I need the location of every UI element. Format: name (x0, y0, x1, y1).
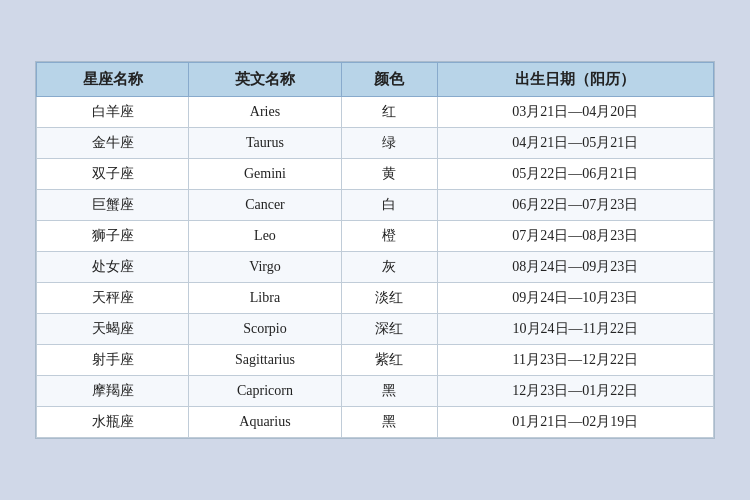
header-chinese-name: 星座名称 (37, 63, 189, 97)
cell-dates: 03月21日—04月20日 (437, 97, 713, 128)
header-english-name: 英文名称 (189, 63, 341, 97)
cell-dates: 08月24日—09月23日 (437, 252, 713, 283)
cell-english-name: Sagittarius (189, 345, 341, 376)
cell-color: 淡红 (341, 283, 437, 314)
table-row: 金牛座Taurus绿04月21日—05月21日 (37, 128, 714, 159)
table-row: 处女座Virgo灰08月24日—09月23日 (37, 252, 714, 283)
cell-english-name: Capricorn (189, 376, 341, 407)
cell-english-name: Libra (189, 283, 341, 314)
cell-english-name: Aquarius (189, 407, 341, 438)
cell-dates: 09月24日—10月23日 (437, 283, 713, 314)
cell-dates: 10月24日—11月22日 (437, 314, 713, 345)
cell-english-name: Cancer (189, 190, 341, 221)
cell-dates: 07月24日—08月23日 (437, 221, 713, 252)
cell-chinese-name: 处女座 (37, 252, 189, 283)
table-row: 摩羯座Capricorn黑12月23日—01月22日 (37, 376, 714, 407)
cell-english-name: Scorpio (189, 314, 341, 345)
cell-dates: 11月23日—12月22日 (437, 345, 713, 376)
cell-color: 绿 (341, 128, 437, 159)
zodiac-table-container: 星座名称 英文名称 颜色 出生日期（阳历） 白羊座Aries红03月21日—04… (35, 61, 715, 439)
cell-color: 深红 (341, 314, 437, 345)
table-row: 天秤座Libra淡红09月24日—10月23日 (37, 283, 714, 314)
cell-chinese-name: 射手座 (37, 345, 189, 376)
cell-dates: 04月21日—05月21日 (437, 128, 713, 159)
cell-dates: 06月22日—07月23日 (437, 190, 713, 221)
cell-color: 黑 (341, 376, 437, 407)
table-body: 白羊座Aries红03月21日—04月20日金牛座Taurus绿04月21日—0… (37, 97, 714, 438)
cell-chinese-name: 摩羯座 (37, 376, 189, 407)
cell-chinese-name: 巨蟹座 (37, 190, 189, 221)
cell-color: 红 (341, 97, 437, 128)
table-row: 双子座Gemini黄05月22日—06月21日 (37, 159, 714, 190)
cell-english-name: Taurus (189, 128, 341, 159)
cell-chinese-name: 双子座 (37, 159, 189, 190)
table-row: 射手座Sagittarius紫红11月23日—12月22日 (37, 345, 714, 376)
table-row: 巨蟹座Cancer白06月22日—07月23日 (37, 190, 714, 221)
cell-chinese-name: 天蝎座 (37, 314, 189, 345)
zodiac-table: 星座名称 英文名称 颜色 出生日期（阳历） 白羊座Aries红03月21日—04… (36, 62, 714, 438)
cell-english-name: Leo (189, 221, 341, 252)
cell-color: 白 (341, 190, 437, 221)
cell-english-name: Aries (189, 97, 341, 128)
cell-color: 灰 (341, 252, 437, 283)
table-row: 天蝎座Scorpio深红10月24日—11月22日 (37, 314, 714, 345)
cell-chinese-name: 狮子座 (37, 221, 189, 252)
cell-english-name: Gemini (189, 159, 341, 190)
cell-dates: 05月22日—06月21日 (437, 159, 713, 190)
cell-color: 黄 (341, 159, 437, 190)
cell-dates: 01月21日—02月19日 (437, 407, 713, 438)
table-row: 狮子座Leo橙07月24日—08月23日 (37, 221, 714, 252)
cell-chinese-name: 白羊座 (37, 97, 189, 128)
table-header-row: 星座名称 英文名称 颜色 出生日期（阳历） (37, 63, 714, 97)
cell-chinese-name: 天秤座 (37, 283, 189, 314)
header-color: 颜色 (341, 63, 437, 97)
header-dates: 出生日期（阳历） (437, 63, 713, 97)
cell-chinese-name: 金牛座 (37, 128, 189, 159)
cell-color: 橙 (341, 221, 437, 252)
cell-color: 紫红 (341, 345, 437, 376)
cell-chinese-name: 水瓶座 (37, 407, 189, 438)
cell-dates: 12月23日—01月22日 (437, 376, 713, 407)
table-row: 水瓶座Aquarius黑01月21日—02月19日 (37, 407, 714, 438)
table-row: 白羊座Aries红03月21日—04月20日 (37, 97, 714, 128)
cell-color: 黑 (341, 407, 437, 438)
cell-english-name: Virgo (189, 252, 341, 283)
